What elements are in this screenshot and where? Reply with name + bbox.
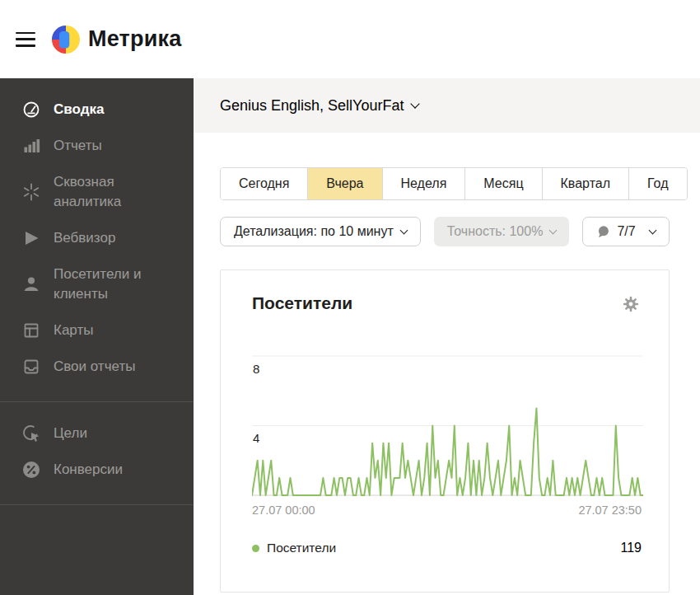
sidebar-item-label: Карты (54, 321, 93, 340)
percent-icon (21, 460, 41, 480)
tab-segodnya[interactable]: Сегодня (221, 168, 307, 199)
sidebar: Сводка Отчеты (0, 78, 194, 595)
granularity-label: Детализация: по 10 минут (234, 224, 394, 239)
granularity-dropdown[interactable]: Детализация: по 10 минут (220, 217, 421, 246)
comment-bubble-icon (596, 225, 610, 239)
legend-value: 119 (620, 541, 642, 555)
sidebar-item-label: Сводка (54, 100, 104, 119)
goal-icon (21, 424, 41, 443)
sidebar-item-skvoznaya-analitika[interactable]: Сквозная аналитика (0, 164, 194, 220)
comments-dropdown[interactable]: 7/7 (582, 217, 669, 246)
tab-kvartal[interactable]: Квартал (542, 168, 628, 199)
widget-header: Посетители (221, 270, 669, 315)
sidebar-item-otchety[interactable]: Отчеты (0, 128, 194, 164)
gear-icon[interactable] (622, 295, 642, 315)
sidebar-item-label: Конверсии (54, 460, 123, 480)
sidebar-item-label: Свои отчеты (54, 357, 135, 377)
metrika-logo-icon (52, 26, 80, 54)
filter-row: Детализация: по 10 минут Точность: 100% (220, 217, 700, 246)
sidebar-item-svoi-otchety[interactable]: Свои отчеты (0, 349, 194, 385)
chevron-down-icon (648, 227, 656, 235)
sidebar-item-tseli[interactable]: Цели (0, 415, 194, 452)
hamburger-menu-icon[interactable] (16, 32, 35, 47)
x-axis-end-label: 27.07 23:50 (578, 504, 642, 517)
sidebar-item-konversii[interactable]: Конверсии (0, 452, 194, 488)
dashboard-content: Сегодня Вчера Неделя Месяц Квартал Год Д… (194, 133, 700, 593)
counter-header: Genius English, SellYourFat (194, 78, 700, 133)
sidebar-item-label: Цели (54, 424, 87, 443)
period-tab-bar: Сегодня Вчера Неделя Месяц Квартал Год (220, 167, 688, 200)
accuracy-dropdown[interactable]: Точность: 100% (434, 217, 570, 246)
layout-icon (21, 321, 41, 340)
legend-label: Посетители (267, 541, 336, 555)
y-axis-tick-4: 4 (253, 431, 259, 445)
widget-title: Посетители (252, 293, 352, 313)
x-axis-labels: 27.07 00:00 27.07 23:50 (252, 504, 642, 517)
tab-vchera[interactable]: Вчера (307, 168, 381, 199)
tray-icon (21, 357, 41, 377)
comments-count: 7/7 (617, 224, 635, 239)
sidebar-item-label: Сквозная аналитика (54, 172, 146, 212)
chevron-down-icon (411, 99, 420, 108)
tab-mesyats[interactable]: Месяц (464, 168, 541, 199)
sidebar-item-karty[interactable]: Карты (0, 312, 194, 349)
topbar: Метрика (0, 0, 700, 78)
chevron-down-icon (399, 227, 408, 235)
line-chart (252, 354, 643, 496)
metrika-app: Метрика Сводка (0, 0, 700, 595)
sidebar-item-label: Вебвизор (54, 228, 115, 248)
sidebar-item-svodka[interactable]: Сводка (0, 91, 194, 128)
gauge-icon (21, 100, 41, 119)
sidebar-item-label: Отчеты (54, 136, 102, 156)
metrika-logo[interactable]: Метрика (52, 26, 181, 54)
tab-god[interactable]: Год (628, 168, 686, 199)
person-icon (21, 274, 41, 294)
chevron-down-icon (549, 227, 558, 235)
play-icon (21, 228, 41, 248)
visitors-widget: Посетители (220, 269, 670, 593)
sidebar-item-label: Посетители и клиенты (54, 265, 146, 304)
counter-title-text: Genius English, SellYourFat (220, 97, 404, 115)
sidebar-footer-area (0, 504, 194, 595)
visitors-chart: 8 4 (252, 354, 642, 496)
counter-selector[interactable]: Genius English, SellYourFat (220, 97, 418, 115)
x-axis-start-label: 27.07 00:00 (252, 504, 315, 517)
y-axis-tick-8: 8 (253, 362, 259, 376)
accuracy-label: Точность: 100% (447, 224, 544, 239)
sidebar-item-vebvizor[interactable]: Вебвизор (0, 220, 194, 256)
spark-icon (21, 182, 41, 202)
legend-item-visitors[interactable]: Посетители 119 (252, 541, 642, 555)
logo-wordmark: Метрика (88, 26, 181, 52)
sidebar-section-main: Сводка Отчеты (0, 78, 194, 401)
tab-nedelya[interactable]: Неделя (382, 168, 465, 199)
main-content: Genius English, SellYourFat Сегодня Вчер… (194, 78, 700, 595)
sidebar-section-goals: Цели Конверсии (0, 401, 194, 504)
bar-chart-icon (21, 136, 41, 156)
sidebar-item-posetiteli[interactable]: Посетители и клиенты (0, 256, 194, 312)
legend-dot (252, 545, 259, 552)
